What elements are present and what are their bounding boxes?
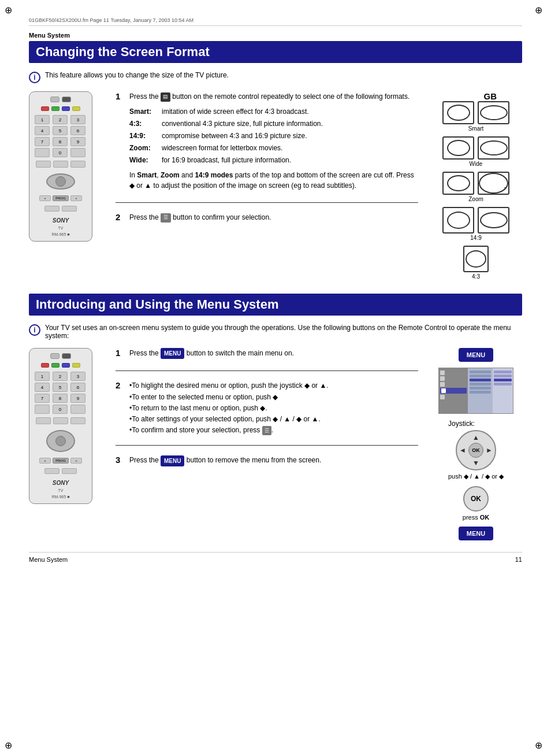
149-oval-wide [480, 212, 508, 228]
43-screen [463, 246, 489, 272]
step1-content: Press the ▤ button on the remote control… [129, 91, 418, 193]
section2-content: 123 456 789 0 + PROG [29, 348, 522, 540]
s2-step2-content: •To higlight the desired menu or option,… [129, 380, 418, 436]
corner-mark-br: ⊕ [535, 740, 546, 751]
149-oval-normal [447, 212, 470, 229]
format-term-zoom: Zoom: [129, 143, 157, 153]
step1-text: Press the ▤ button on the remote control… [129, 91, 418, 102]
wide-label: Wide [470, 161, 483, 167]
sony-logo-2: SONY [53, 480, 69, 486]
zoom-arrow-icon: ↗ [502, 186, 507, 192]
s2-step3-text: Press the MENU button to remove the menu… [129, 455, 418, 466]
zoom-screen-zoomed: ↗ [478, 172, 509, 195]
gb-badge: GB [404, 91, 497, 101]
format-43: 4:3: conventional 4:3 picture size, full… [129, 118, 418, 129]
149-label: 14:9 [470, 235, 481, 241]
section2-title: Introducing and Using the Menu System [29, 294, 522, 316]
ok-button-circle: OK [463, 486, 489, 512]
s2-step3-num: 3 [116, 455, 126, 465]
format-def-wide: for 16:9 broadcast, full picture informa… [162, 155, 418, 165]
remote2-joystick [46, 430, 75, 452]
section2-step1: 1 Press the MENU button to switch the ma… [116, 348, 418, 361]
section1-screens-col: GB Smart [430, 91, 522, 282]
section2-step2: 2 •To higlight the desired menu or optio… [116, 380, 418, 436]
joystick-section: Joystick: ▲ ▼ ◄ ► OK push ◆ / ▲ / ◆ or ◆ [448, 420, 504, 480]
ok-section: OK press OK [463, 486, 489, 521]
joystick-center-ok: OK [468, 443, 483, 458]
smart-screen-normal [442, 101, 474, 124]
file-info: 01GBKF50/42SX200U.fm Page 11 Tuesday, Ja… [29, 17, 522, 26]
43-label: 4:3 [472, 273, 480, 280]
wide-screen-normal [442, 136, 474, 160]
step1-num: 1 [116, 91, 126, 102]
format-def-zoom: widescreen format for letterbox movies. [162, 143, 418, 153]
format-term-149: 14:9: [129, 131, 157, 141]
corner-mark-bl: ⊕ [5, 740, 16, 751]
remote-numpad: 123 456 789 0 [35, 115, 87, 157]
screen-formats: Smart Wide [430, 101, 522, 282]
step2-num: 2 [116, 212, 126, 223]
format-wide: Wide: for 16:9 broadcast, full picture i… [129, 155, 418, 165]
bullet-1-text: •To higlight the desired menu or option,… [129, 380, 329, 391]
s2-step2-num: 2 [116, 380, 126, 391]
bullet-4: •To alter settings of your selected opti… [129, 414, 418, 425]
s2-step3-content: Press the MENU button to remove the menu… [129, 455, 418, 468]
zoom-screen-pair: ↗ [442, 172, 509, 195]
menu-screen-values [493, 368, 513, 413]
step2-text: Press the ☰ button to confirm your selec… [129, 212, 418, 223]
remote-control-2: 123 456 789 0 + PROG [29, 348, 92, 504]
page-footer: Menu System 11 [29, 552, 522, 563]
wide-screen-pair [442, 136, 509, 160]
format-zoom-row: ↗ Zoom [430, 172, 522, 205]
format-def-43: conventional 4:3 picture size, full pict… [162, 118, 418, 129]
section1-remote-col: 123 456 789 0 + PROG [29, 91, 104, 282]
bullet-5-text: •To confirm and store your selection, pr… [129, 425, 273, 436]
bullet-2-text: •To enter to the selected menu or option… [129, 392, 278, 403]
format-term-43: 4:3: [129, 118, 157, 129]
info-icon-2: i [29, 324, 40, 336]
section2-remote-col: 123 456 789 0 + PROG [29, 348, 104, 540]
format-def-smart: imitation of wide screen effect for 4:3 … [162, 106, 418, 117]
zoom-oval-normal [447, 175, 470, 191]
zoom-label: Zoom [468, 196, 483, 202]
149-screen-pair [442, 207, 509, 234]
section2-info-text: Your TV set uses an on-screen menu syste… [45, 324, 522, 340]
s2-step1-text: Press the MENU button to switch the main… [129, 348, 418, 359]
s2-step1-num: 1 [116, 348, 126, 358]
format-zoom: Zoom: widescreen format for letterbox mo… [129, 143, 418, 153]
section2: Introducing and Using the Menu System i … [29, 294, 522, 540]
remote2-joystick-center [55, 436, 66, 446]
step1-note: In Smart, Zoom and 14:9 modes parts of t… [129, 170, 418, 191]
menu-screen-icons [439, 368, 468, 413]
section1-label: Menu System [29, 32, 522, 39]
format-term-smart: Smart: [129, 106, 157, 117]
section1-info-row: i This feature allows you to change the … [29, 71, 522, 83]
bullet-4-text: •To alter settings of your selected opti… [129, 414, 321, 425]
format-def-149: compromise between 4:3 and 16:9 picture … [162, 131, 418, 141]
wide-oval-normal [447, 140, 470, 156]
sony-logo-1: SONY [53, 217, 69, 224]
remote-top-buttons [50, 97, 71, 102]
format-149: 14:9: compromise between 4:3 and 16:9 pi… [129, 131, 418, 141]
diagram-column: MENU [430, 348, 522, 540]
step2-content: Press the ☰ button to confirm your selec… [129, 212, 418, 225]
section2-step3: 3 Press the MENU button to remove the me… [116, 455, 418, 468]
format-table: Smart: imitation of wide screen effect f… [129, 106, 418, 165]
remote2-video-btn [50, 353, 59, 359]
footer-page-number: 11 [515, 556, 522, 563]
format-wide-row: Wide [430, 136, 522, 169]
section1-content: 123 456 789 0 + PROG [29, 91, 522, 282]
joystick-arrow-right: ► [486, 446, 493, 454]
s2-step1-content: Press the MENU button to switch the main… [129, 348, 418, 361]
section1-title: Changing the Screen Format [29, 41, 522, 63]
smart-screen-pair [442, 101, 509, 124]
menu-screen-illustration [438, 368, 513, 414]
page: ⊕ ⊕ ⊕ ⊕ 01GBKF50/42SX200U.fm Page 11 Tue… [0, 0, 551, 756]
format-smart: Smart: imitation of wide screen effect f… [129, 106, 418, 117]
remote-joystick-1 [46, 173, 75, 190]
remote2-tv-btn [62, 353, 71, 359]
remote-model-2: RM-965 ■ [51, 495, 69, 499]
format-term-wide: Wide: [129, 155, 157, 165]
149-screen-normal [442, 207, 474, 234]
section2-diagrams-col: MENU [430, 348, 522, 540]
